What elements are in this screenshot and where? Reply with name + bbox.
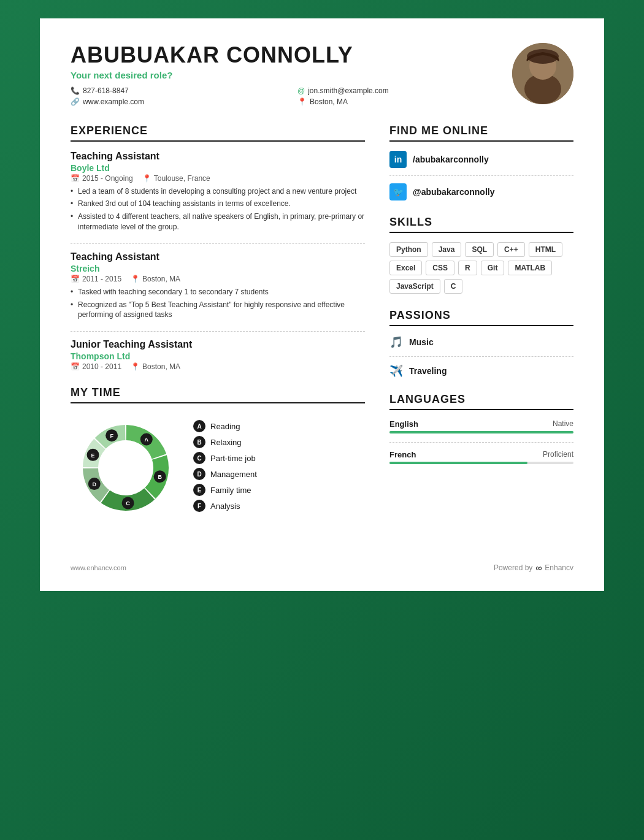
divider	[389, 442, 573, 443]
skill-badge: Excel	[389, 261, 422, 275]
calendar-icon: 📅	[71, 174, 80, 183]
passions-title: PASSIONS	[389, 309, 573, 326]
legend-item: C Part-time job	[193, 452, 365, 464]
donut-chart: ABCDEF	[71, 413, 181, 523]
job-3-location: 📍 Boston, MA	[131, 362, 180, 371]
skill-badge: SQL	[465, 242, 494, 257]
skill-badge: Git	[481, 261, 505, 275]
legend-letter: A	[193, 420, 205, 432]
job-2-period: 📅 2011 - 2015	[71, 275, 121, 283]
linkedin-icon: in	[389, 151, 407, 168]
job-1-location: 📍 Toulouse, France	[142, 174, 210, 183]
lang-fill	[389, 431, 573, 433]
lang-name: English	[389, 419, 418, 429]
find-me-section: FIND ME ONLINE in /abubakarconnolly 🐦 @a…	[389, 124, 573, 200]
find-me-title: FIND ME ONLINE	[389, 124, 573, 142]
header-left: ABUBUAKAR CONNOLLY Your next desired rol…	[71, 43, 512, 106]
email-address: jon.smith@example.com	[308, 86, 389, 95]
header: ABUBUAKAR CONNOLLY Your next desired rol…	[71, 43, 573, 106]
divider	[389, 356, 573, 357]
website-contact: 🔗 www.example.com	[71, 97, 285, 106]
email-icon: @	[297, 86, 305, 95]
skill-badge: C	[444, 279, 463, 294]
contact-info: 📞 827-618-8847 @ jon.smith@example.com 🔗…	[71, 86, 512, 106]
job-3-period: 📅 2010 - 2011	[71, 362, 121, 371]
legend-item: D Management	[193, 468, 365, 480]
legend-letter: D	[193, 468, 205, 480]
legend-label: Analysis	[210, 502, 240, 511]
legend-letter: F	[193, 500, 205, 512]
powered-by-text: Powered by	[494, 563, 532, 572]
legend-letter: E	[193, 484, 205, 496]
passion-music: 🎵 Music	[389, 335, 573, 349]
legend-label: Relaxing	[210, 438, 242, 447]
skills-section: SKILLS PythonJavaSQLC++HTMLExcelCSSRGitM…	[389, 216, 573, 294]
svg-text:C: C	[126, 501, 130, 507]
skill-badge: C++	[497, 242, 525, 257]
job-1: Teaching Assistant Boyle Ltd 📅 2015 - On…	[71, 151, 365, 232]
phone-number: 827-618-8847	[83, 86, 129, 95]
svg-text:E: E	[91, 452, 95, 459]
skill-badge: Python	[389, 242, 428, 257]
skill-badge: R	[458, 261, 477, 275]
legend-item: A Reading	[193, 420, 365, 432]
footer-website: www.enhancv.com	[71, 564, 126, 571]
candidate-role: Your next desired role?	[71, 70, 512, 80]
job-1-meta: 📅 2015 - Ongoing 📍 Toulouse, France	[71, 174, 365, 183]
legend-label: Management	[210, 470, 257, 479]
languages-title: LANGUAGES	[389, 393, 573, 410]
job-3-title: Junior Teaching Assistant	[71, 339, 365, 350]
job-1-bullets: Led a team of 8 students in developing a…	[71, 186, 365, 232]
phone-contact: 📞 827-618-8847	[71, 86, 285, 95]
job-2-location: 📍 Boston, MA	[131, 275, 180, 283]
website-url: www.example.com	[83, 97, 144, 106]
calendar-icon: 📅	[71, 275, 80, 283]
twitter-handle: @abubakarconnolly	[413, 187, 494, 197]
passion-travel: ✈️ Traveling	[389, 364, 573, 378]
my-time-content: ABCDEF A Reading B Relaxing C Part-time …	[71, 413, 365, 523]
skill-badge: Java	[432, 242, 462, 257]
legend-item: E Family time	[193, 484, 365, 496]
pin-icon: 📍	[142, 174, 151, 183]
lang-level: Native	[553, 419, 573, 429]
phone-icon: 📞	[71, 86, 80, 95]
lang-fill	[389, 462, 527, 464]
skill-badge: HTML	[529, 242, 562, 257]
svg-text:B: B	[158, 474, 162, 480]
svg-text:D: D	[93, 481, 97, 487]
job-3: Junior Teaching Assistant Thompson Ltd 📅…	[71, 339, 365, 371]
legend-label: Reading	[210, 422, 240, 431]
bullet-item: Tasked with teaching secondary 1 to seco…	[71, 287, 365, 297]
job-1-company: Boyle Ltd	[71, 163, 365, 173]
legend-letter: C	[193, 452, 205, 464]
my-time-title: MY TIME	[71, 386, 365, 403]
lang-bar	[389, 462, 573, 464]
legend-item: F Analysis	[193, 500, 365, 512]
location-icon: 📍	[297, 97, 307, 106]
job-2-title: Teaching Assistant	[71, 251, 365, 262]
email-contact: @ jon.smith@example.com	[297, 86, 512, 95]
job-2-company: Streich	[71, 264, 365, 273]
footer: www.enhancv.com Powered by ∞ Enhancv	[71, 557, 573, 573]
skills-title: SKILLS	[389, 216, 573, 233]
left-column: EXPERIENCE Teaching Assistant Boyle Ltd …	[71, 124, 365, 539]
bullet-item: Recognized as "Top 5 Best Teaching Assis…	[71, 300, 365, 321]
lang-level: Proficient	[543, 450, 573, 459]
right-column: FIND ME ONLINE in /abubakarconnolly 🐦 @a…	[389, 124, 573, 539]
lang-bar	[389, 431, 573, 433]
link-icon: 🔗	[71, 97, 80, 106]
job-1-title: Teaching Assistant	[71, 151, 365, 162]
divider	[389, 175, 573, 176]
skill-badge: MATLAB	[508, 261, 552, 275]
time-legend: A Reading B Relaxing C Part-time job D M…	[193, 420, 365, 516]
brand-name: Enhancv	[545, 563, 573, 572]
experience-title: EXPERIENCE	[71, 124, 365, 142]
legend-label: Part-time job	[210, 454, 256, 463]
svg-text:F: F	[110, 433, 113, 439]
experience-section: EXPERIENCE Teaching Assistant Boyle Ltd …	[71, 124, 365, 372]
location-text: Boston, MA	[310, 97, 348, 106]
skills-grid: PythonJavaSQLC++HTMLExcelCSSRGitMATLABJa…	[389, 242, 573, 294]
job-3-meta: 📅 2010 - 2011 📍 Boston, MA	[71, 362, 365, 371]
legend-label: Family time	[210, 486, 251, 495]
my-time-section: MY TIME ABCDEF A Reading B Relaxing C Pa…	[71, 386, 365, 523]
